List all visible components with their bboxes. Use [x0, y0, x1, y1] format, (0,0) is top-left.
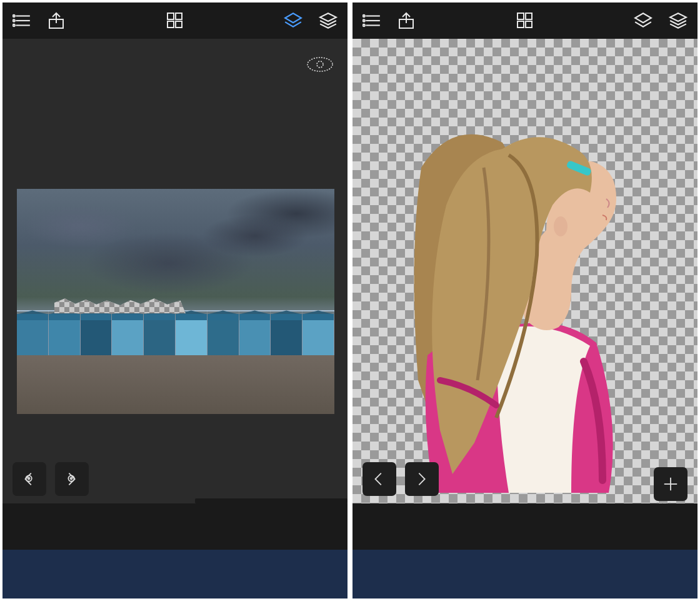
add-layer-button[interactable]	[654, 467, 688, 501]
grid-icon[interactable]	[164, 11, 186, 30]
nav-next-button[interactable]	[405, 462, 439, 496]
mask-tool-palette	[195, 498, 348, 503]
grid-icon[interactable]	[514, 11, 536, 30]
bottom-tabbar	[352, 550, 698, 598]
canvas[interactable]: Add Layer	[352, 39, 698, 503]
bottom-tabbar	[2, 550, 348, 598]
mask-tool-row	[2, 503, 348, 550]
nav-next-button[interactable]	[55, 462, 89, 496]
layers-tool-row	[352, 503, 698, 550]
layer-image[interactable]	[17, 189, 334, 414]
topbar	[352, 3, 698, 39]
layers-icon[interactable]	[318, 11, 339, 30]
canvas[interactable]	[2, 39, 348, 503]
left-screen	[2, 3, 348, 598]
list-icon[interactable]	[11, 11, 32, 30]
svg-point-68	[554, 216, 568, 236]
nav-prev-button[interactable]	[12, 462, 46, 496]
share-icon[interactable]	[46, 11, 68, 30]
nav-prev-button[interactable]	[362, 462, 396, 496]
topbar	[2, 3, 348, 39]
stack-icon[interactable]	[632, 11, 654, 30]
right-screen: Add Layer	[352, 3, 698, 598]
layers-icon[interactable]	[668, 11, 689, 30]
layer-image[interactable]	[384, 93, 646, 493]
stack-icon[interactable]	[282, 11, 304, 30]
visibility-icon[interactable]	[306, 56, 334, 75]
share-icon[interactable]	[396, 11, 418, 30]
list-icon[interactable]	[361, 11, 382, 30]
add-layer-label: Add Layer	[655, 501, 686, 503]
